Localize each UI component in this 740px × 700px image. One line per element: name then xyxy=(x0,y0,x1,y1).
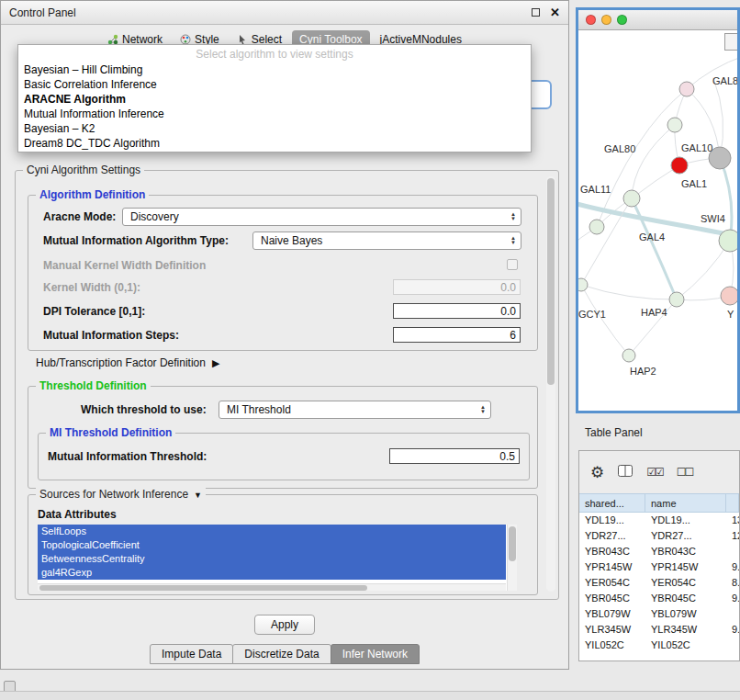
expand-arrow-icon[interactable] xyxy=(212,356,219,369)
deselect-all-icon[interactable]: ☐☐ xyxy=(677,466,693,479)
network-node-label: GAL11 xyxy=(580,184,611,195)
table-row[interactable]: YLR345WYLR345W9. xyxy=(579,622,739,638)
dpi-tolerance-field[interactable] xyxy=(393,303,521,319)
network-node[interactable] xyxy=(622,349,635,362)
list-scrollbar-thumb[interactable] xyxy=(509,526,516,561)
algorithm-dropdown-placeholder[interactable]: Select algorithm to view settings xyxy=(18,47,531,62)
close-icon[interactable]: ✕ xyxy=(550,6,560,18)
which-threshold-value: MI Threshold xyxy=(227,403,291,416)
canvas-corner-control[interactable] xyxy=(724,33,737,51)
network-view-window: GAL8GAL80GAL10GAL11GAL1SWI4GAL4GCY1HAP4H… xyxy=(576,7,740,413)
manual-kernel-label: Manual Kernel Width Definition xyxy=(43,259,206,272)
table-cell: YBR043C xyxy=(579,544,645,559)
dpi-tolerance-label: DPI Tolerance [0,1]: xyxy=(43,305,145,318)
table-row[interactable]: YDL19...YDL19...13 xyxy=(579,513,739,528)
table-cell: YPR145W xyxy=(645,559,726,575)
table-panel-window: ⚙☑☑☐☐ shared...name YDL19...YDL19...13YD… xyxy=(578,450,740,661)
control-panel-titlebar: Control Panel ✕ xyxy=(1,1,568,25)
network-node-label: GAL10 xyxy=(681,142,712,153)
list-scrollbar-horizontal[interactable] xyxy=(38,583,506,591)
collapse-arrow-icon[interactable] xyxy=(194,488,202,501)
table-row[interactable]: YBR045CYBR045C9. xyxy=(579,591,739,606)
table-row[interactable]: YDR27...YDR27...12 xyxy=(579,528,739,544)
table-cell: 9. xyxy=(726,622,739,638)
mi-steps-field[interactable] xyxy=(393,327,521,343)
list-hscrollbar-thumb[interactable] xyxy=(39,585,367,591)
bottom-tab-discretize-data[interactable]: Discretize Data xyxy=(232,644,331,664)
table-cell: YPR145W xyxy=(579,559,645,575)
network-node[interactable] xyxy=(667,118,682,132)
table-cell: YLR345W xyxy=(645,622,726,638)
table-panel-title: Table Panel xyxy=(576,426,643,439)
table-column-header[interactable] xyxy=(726,494,739,512)
data-attribute-item[interactable]: TopologicalCoefficient xyxy=(38,538,506,552)
table-row[interactable]: YBL079WYBL079W xyxy=(579,606,739,622)
settings-gear-icon[interactable]: ⚙ xyxy=(590,465,604,480)
settings-scrollbar[interactable] xyxy=(546,176,555,592)
close-button[interactable] xyxy=(586,15,596,25)
algorithm-option[interactable]: Bayesian – K2 xyxy=(18,121,531,136)
table-row[interactable]: YIL052CYIL052C xyxy=(579,638,739,653)
table-cell: YIL052C xyxy=(645,638,726,653)
data-attribute-item[interactable]: BetweennessCentrality xyxy=(38,552,506,566)
table-cell: YER054C xyxy=(579,575,645,591)
data-attribute-item[interactable]: gal4RGexp xyxy=(38,566,506,580)
table-row[interactable]: YPR145WYPR145W9. xyxy=(579,559,739,575)
network-node[interactable] xyxy=(671,157,688,174)
table-row[interactable]: YBR043CYBR043C xyxy=(579,544,739,559)
hub-definition-expander[interactable]: Hub/Transcription Factor Definition xyxy=(36,356,219,369)
network-node[interactable] xyxy=(679,82,694,96)
zoom-button[interactable] xyxy=(617,15,627,25)
algorithm-dropdown-list: Select algorithm to view settings Bayesi… xyxy=(17,44,532,152)
network-node-label: GCY1 xyxy=(578,309,606,320)
data-attributes-list[interactable]: SelfLoopsTopologicalCoefficientBetweenne… xyxy=(38,525,517,591)
network-node[interactable] xyxy=(719,230,737,252)
network-node[interactable] xyxy=(578,278,588,291)
list-scrollbar-vertical[interactable] xyxy=(507,525,517,591)
bottom-tab-impute-data[interactable]: Impute Data xyxy=(150,644,233,664)
table-cell: 9. xyxy=(726,559,739,575)
which-threshold-select[interactable]: MI Threshold xyxy=(219,401,491,419)
network-node[interactable] xyxy=(623,190,640,207)
settings-scrollbar-thumb[interactable] xyxy=(547,178,555,385)
aracne-mode-value: Discovery xyxy=(130,210,179,223)
data-attribute-item[interactable]: SelfLoops xyxy=(38,525,506,538)
float-window-icon[interactable] xyxy=(532,8,540,17)
column-selector-icon[interactable] xyxy=(618,465,633,480)
network-icon xyxy=(107,34,118,45)
threshold-definition-group: Threshold Definition Which threshold to … xyxy=(28,386,538,489)
table-cell: 13 xyxy=(726,513,739,528)
data-attributes-label: Data Attributes xyxy=(38,508,117,521)
algorithm-option[interactable]: Mutual Information Inference xyxy=(18,107,531,121)
table-cell: YDR27... xyxy=(579,528,645,544)
mi-threshold-field[interactable] xyxy=(389,448,520,464)
bottom-strip xyxy=(0,691,740,700)
table-row[interactable]: YER054CYER054C8. xyxy=(579,575,739,591)
kernel-width-field[interactable] xyxy=(393,279,521,295)
algorithm-option[interactable]: ARACNE Algorithm xyxy=(18,92,531,107)
table-cell: YDR27... xyxy=(645,528,726,544)
network-node[interactable] xyxy=(721,287,737,305)
apply-button[interactable]: Apply xyxy=(254,615,315,635)
mi-type-select[interactable]: Naive Bayes xyxy=(252,231,521,250)
table-toolbar: ⚙☑☑☐☐ xyxy=(579,451,739,493)
algorithm-option[interactable]: Basic Correlation Inference xyxy=(18,77,531,92)
table-column-header[interactable]: name xyxy=(645,494,726,512)
select-all-icon[interactable]: ☑☑ xyxy=(646,466,663,479)
sources-group-title-wrap[interactable]: Sources for Network Inference xyxy=(36,488,206,501)
manual-kernel-checkbox[interactable] xyxy=(507,259,518,270)
algorithm-option[interactable]: Bayesian – Hill Climbing xyxy=(18,62,531,77)
network-canvas[interactable]: GAL8GAL80GAL10GAL11GAL1SWI4GAL4GCY1HAP4H… xyxy=(578,30,737,411)
desktop: Control Panel ✕ NetworkStyleSelectCyni T… xyxy=(0,0,740,700)
bottom-tab-infer-network[interactable]: Infer Network xyxy=(331,644,420,664)
minimize-button[interactable] xyxy=(601,15,611,25)
algorithm-option[interactable]: Dream8 DC_TDC Algorithm xyxy=(18,136,531,151)
network-edge xyxy=(632,198,677,299)
network-node[interactable] xyxy=(589,220,604,234)
network-edge xyxy=(597,89,687,227)
network-node-label: SWI4 xyxy=(701,213,725,224)
table-column-header[interactable]: shared... xyxy=(579,494,645,512)
network-node[interactable] xyxy=(669,292,684,307)
aracne-mode-select[interactable]: Discovery xyxy=(122,208,521,226)
table-cell: 12 xyxy=(726,528,739,544)
